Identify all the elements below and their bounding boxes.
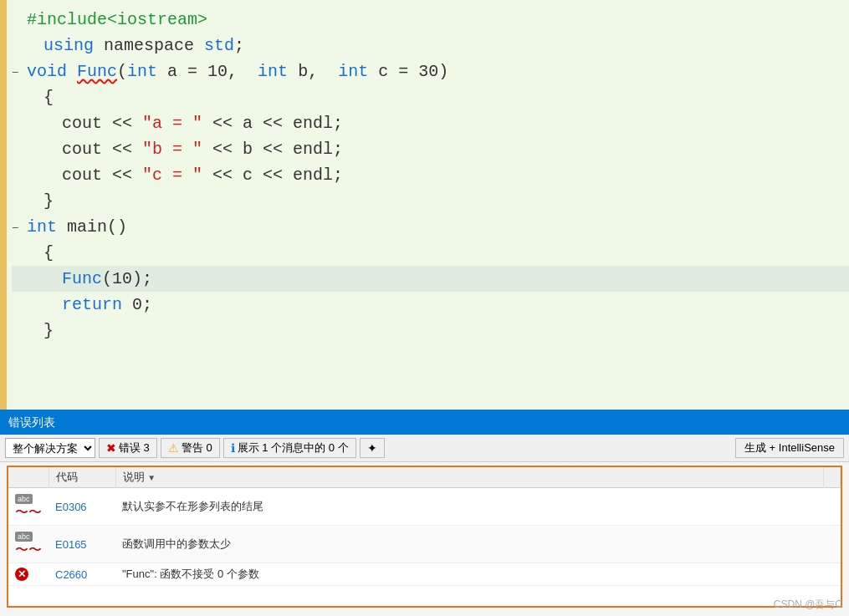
th-desc[interactable]: 说明 ▼ <box>115 467 824 488</box>
brace-open2: { <box>43 240 54 266</box>
func-name: Func <box>77 59 117 84</box>
th-code-label: 代码 <box>56 471 78 483</box>
row-code: E0306 <box>49 488 115 526</box>
row-extra <box>824 526 841 563</box>
error-table-container: 代码 说明 ▼ abc〜〜E0306默认实参不在形参列表的结尾abc〜〜E016… <box>7 466 842 608</box>
error-table: 代码 说明 ▼ abc〜〜E0306默认实参不在形参列表的结尾abc〜〜E016… <box>8 467 841 586</box>
row-desc: 默认实参不在形参列表的结尾 <box>115 488 824 526</box>
line-using: using namespace std ; <box>12 33 849 59</box>
int-a-kw: int <box>127 59 157 84</box>
line-return: return 0; <box>12 292 849 318</box>
line-int-main: − int main() <box>12 214 849 240</box>
generate-btn[interactable]: 生成 + IntelliSense <box>735 438 844 458</box>
cout-a-rest: << a << endl; <box>202 110 343 136</box>
row-icon-cell: ✕ <box>8 563 49 586</box>
fold-ph6 <box>28 323 40 342</box>
row-icon-cell: abc〜〜 <box>8 526 49 563</box>
int-b-kw: int <box>258 59 288 84</box>
using-kw: using <box>43 33 94 59</box>
line-cout-a: cout << "a = " << a << endl; <box>12 110 849 136</box>
param-a: a = 10, <box>157 59 258 84</box>
cout-c-rest: << c << endl; <box>202 162 343 188</box>
func-paren: ( <box>117 59 127 84</box>
str-b: "b = " <box>142 136 202 162</box>
brace-open1: { <box>43 84 54 110</box>
info-btn-label: 展示 1 个消息中的 0 个 <box>238 440 349 456</box>
th-code[interactable]: 代码 <box>49 467 115 488</box>
func-call-name: Func <box>62 266 102 292</box>
fold-btn-main[interactable]: − <box>12 220 23 238</box>
cout-b-rest: << b << endl; <box>202 136 343 162</box>
cout-a-text: cout << <box>62 110 142 136</box>
error-circle-icon: ✕ <box>15 568 28 581</box>
warn-btn-label: 警告 0 <box>182 440 212 456</box>
param-c: c = 30) <box>368 59 448 84</box>
sort-arrow: ▼ <box>147 473 156 482</box>
row-desc: 函数调用中的参数太少 <box>115 526 824 563</box>
table-row[interactable]: abc〜〜E0165函数调用中的参数太少 <box>8 526 841 563</box>
table-row[interactable]: ✕C2660"Func": 函数不接受 0 个参数 <box>8 563 841 586</box>
void-kw: void <box>27 59 67 84</box>
table-header-row: 代码 说明 ▼ <box>8 467 841 488</box>
error-btn-label: 错误 3 <box>119 440 150 456</box>
fold-placeholder2 <box>28 38 40 57</box>
line-open2: { <box>12 240 849 266</box>
th-icon <box>8 467 49 488</box>
std-kw: std <box>204 33 234 59</box>
return-kw: return <box>62 292 122 318</box>
fold-ph3 <box>28 90 40 109</box>
line-cout-b: cout << "b = " << b << endl; <box>12 136 849 162</box>
row-code: E0165 <box>49 526 115 563</box>
error-panel-header: 错误列表 <box>0 411 849 435</box>
info-btn[interactable]: ℹ 展示 1 个消息中的 0 个 <box>223 438 356 458</box>
brace-close2: } <box>43 318 54 344</box>
th-extra <box>824 467 841 488</box>
filter-btn[interactable]: ✦ <box>360 438 385 458</box>
cout-c-text: cout << <box>62 162 142 188</box>
warn-btn[interactable]: ⚠ 警告 0 <box>161 438 220 458</box>
param-b: b, <box>288 59 338 84</box>
error-icon: ✖ <box>106 441 116 455</box>
include-text: #include<iostream> <box>27 7 207 33</box>
fold-ph4 <box>28 194 40 212</box>
row-extra <box>824 563 841 586</box>
fold-ph5 <box>28 246 40 264</box>
using-semi: ; <box>234 33 244 59</box>
error-btn[interactable]: ✖ 错误 3 <box>99 438 157 458</box>
solution-select[interactable]: 整个解决方案 <box>5 438 95 458</box>
squiggle-icon: 〜〜 <box>15 542 42 557</box>
fold-placeholder <box>12 13 23 31</box>
brace-close1: } <box>43 188 54 214</box>
line-void-func: − void Func ( int a = 10, int b, int c =… <box>12 59 849 84</box>
cout-b-text: cout << <box>62 136 142 162</box>
code-lines: #include<iostream> using namespace std ;… <box>3 0 849 350</box>
abc-icon: abc <box>15 494 33 504</box>
th-desc-label: 说明 <box>123 471 145 483</box>
error-toolbar: 整个解决方案 ✖ 错误 3 ⚠ 警告 0 ℹ 展示 1 个消息中的 0 个 ✦ … <box>0 435 849 462</box>
info-icon: ℹ <box>231 441 235 455</box>
squiggle-icon: 〜〜 <box>15 505 42 519</box>
error-panel: 错误列表 整个解决方案 ✖ 错误 3 ⚠ 警告 0 ℹ 展示 1 个消息中的 0… <box>0 410 849 616</box>
int-main-kw: int <box>27 214 57 240</box>
abc-icon: abc <box>15 532 33 542</box>
line-include: #include<iostream> <box>12 7 849 33</box>
space1 <box>67 59 77 84</box>
table-row[interactable]: abc〜〜E0306默认实参不在形参列表的结尾 <box>8 488 841 526</box>
row-extra <box>824 488 841 526</box>
row-icon-cell: abc〜〜 <box>8 488 49 526</box>
str-c: "c = " <box>142 162 202 188</box>
fold-btn-func[interactable]: − <box>12 64 23 83</box>
line-func-call: Func (10); <box>12 266 849 292</box>
row-desc: "Func": 函数不接受 0 个参数 <box>115 563 824 586</box>
code-area: #include<iostream> using namespace std ;… <box>0 0 849 410</box>
row-code: C2660 <box>49 563 115 586</box>
int-c-kw: int <box>338 59 368 84</box>
warn-icon: ⚠ <box>168 441 179 455</box>
filter-icon: ✦ <box>367 441 377 455</box>
left-bar <box>3 0 7 410</box>
line-open1: { <box>12 84 849 110</box>
return-val: 0; <box>122 292 152 318</box>
watermark: CSDN @吾与C <box>774 598 842 612</box>
using-ns: namespace <box>94 33 204 59</box>
line-close2: } <box>12 318 849 344</box>
